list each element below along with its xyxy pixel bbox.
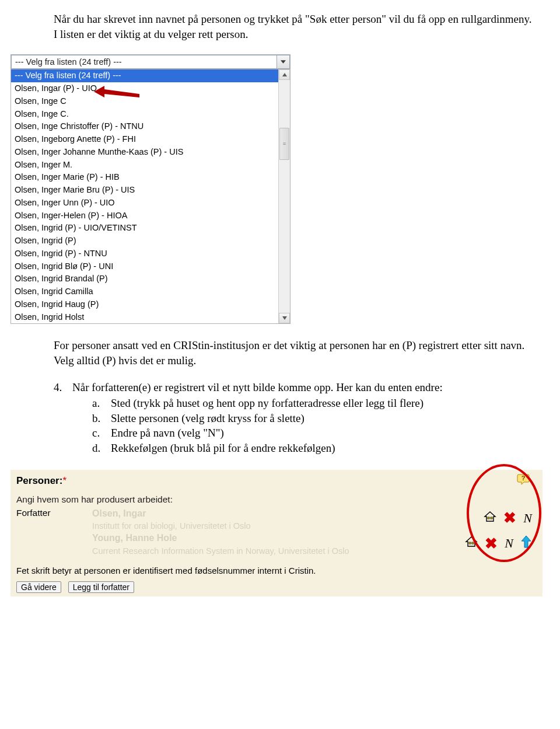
dropdown-item-highlighted[interactable]: --- Velg fra listen (24 treff) ---	[11, 69, 278, 82]
dropdown-item[interactable]: Olsen, Inger Unn (P) - UIO	[11, 197, 278, 210]
add-author-button[interactable]: Legg til forfatter	[68, 581, 134, 593]
sub-text: Endre på navn (velg "N")	[111, 425, 224, 441]
dropdown-item[interactable]: Olsen, Ingrid Holst	[11, 311, 278, 324]
chevron-down-icon[interactable]	[276, 55, 289, 68]
house-icon[interactable]	[484, 511, 496, 526]
person-dropdown-list[interactable]: --- Velg fra listen (24 treff) --- Olsen…	[11, 69, 278, 323]
edit-name-n-icon[interactable]: N	[505, 535, 513, 552]
sub-marker: c.	[92, 425, 111, 441]
dropdown-item[interactable]: Olsen, Ingrid (P)	[11, 235, 278, 247]
scroll-down-icon[interactable]	[279, 313, 290, 323]
dropdown-item[interactable]: Olsen, Inger Johanne Munthe-Kaas (P) - U…	[11, 146, 278, 159]
svg-rect-5	[472, 542, 474, 544]
dropdown-item[interactable]: Olsen, Inge C.	[11, 108, 278, 121]
dropdown-scrollbar[interactable]	[278, 69, 290, 323]
required-asterisk-icon: *	[62, 475, 66, 486]
dropdown-item[interactable]: Olsen, Inger Marie (P) - HIB	[11, 171, 278, 184]
person-row-actions: ✖ N	[438, 535, 537, 552]
svg-rect-4	[469, 542, 471, 544]
dropdown-item[interactable]: Olsen, Inge Christoffer (P) - NTNU	[11, 120, 278, 133]
svg-text:?: ?	[522, 475, 526, 482]
dropdown-item[interactable]: Olsen, Ingrid Haug (P)	[11, 298, 278, 311]
sub-marker: a.	[92, 396, 111, 411]
persons-subtitle: Angi hvem som har produsert arbeidet:	[16, 494, 537, 506]
role-label: Forfatter	[16, 507, 92, 557]
sub-marker: b.	[92, 411, 111, 426]
reorder-up-arrow-icon[interactable]	[520, 535, 532, 552]
svg-rect-2	[488, 517, 489, 519]
sub-text: Slette personen (velg rødt kryss for å s…	[111, 411, 304, 426]
dropdown-item[interactable]: Olsen, Ingrid Camilla	[11, 285, 278, 298]
bold-note: Fet skrift betyr at personen er identifi…	[16, 565, 537, 577]
delete-x-icon[interactable]: ✖	[485, 538, 498, 550]
scroll-thumb[interactable]	[279, 128, 289, 160]
dropdown-item[interactable]: Olsen, Ingrid Brandal (P)	[11, 273, 278, 285]
dropdown-item[interactable]: Olsen, Ingrid (P) - UIO/VETINST	[11, 222, 278, 235]
intro-paragraph: Når du har skrevet inn navnet på persone…	[54, 12, 533, 41]
persons-title: Personer:*	[16, 475, 537, 488]
persons-name-list: Olsen, Ingar Institutt for oral biologi,…	[92, 507, 438, 557]
dropdown-item[interactable]: Olsen, Inger M.	[11, 159, 278, 172]
dropdown-selected-text: --- Velg fra listen (24 treff) ---	[12, 55, 276, 69]
person-dropdown-screenshot: --- Velg fra listen (24 treff) --- --- V…	[10, 54, 533, 324]
dropdown-item[interactable]: Olsen, Ingar (P) - UIO	[11, 82, 278, 95]
step-4-lead: Når forfatteren(e) er registrert vil et …	[72, 381, 443, 393]
edit-name-n-icon[interactable]: N	[523, 510, 532, 527]
sub-text: Rekkefølgen (bruk blå pil for å endre re…	[111, 441, 335, 456]
house-icon[interactable]	[465, 536, 478, 551]
sub-text: Sted (trykk på huset og hent opp ny forf…	[111, 396, 424, 411]
go-next-button[interactable]: Gå videre	[16, 581, 61, 593]
svg-rect-3	[491, 517, 492, 519]
sub-marker: d.	[92, 441, 111, 456]
person-row-actions: ✖ N	[438, 510, 537, 527]
cristin-note-paragraph: For personer ansatt ved en CRIStin-insti…	[54, 338, 533, 368]
dropdown-item[interactable]: Olsen, Ingeborg Anette (P) - FHI	[11, 133, 278, 146]
dropdown-item[interactable]: Olsen, Inge C	[11, 95, 278, 108]
dropdown-item[interactable]: Olsen, Ingrid (P) - NTNU	[11, 247, 278, 260]
delete-x-icon[interactable]: ✖	[503, 512, 516, 524]
dropdown-item[interactable]: Olsen, Inger-Helen (P) - HIOA	[11, 210, 278, 222]
dropdown-item[interactable]: Olsen, Inger Marie Bru (P) - UIS	[11, 184, 278, 197]
list-marker: 4.	[54, 380, 72, 456]
dropdown-item[interactable]: Olsen, Ingrid Blø (P) - UNI	[11, 260, 278, 273]
person-dropdown[interactable]: --- Velg fra listen (24 treff) ---	[11, 55, 290, 69]
persons-panel-screenshot: Personer:* ? Angi hvem som har produsert…	[10, 470, 533, 597]
help-icon[interactable]: ?	[517, 473, 530, 485]
scroll-up-icon[interactable]	[279, 69, 290, 80]
step-4-list: 4. Når forfatteren(e) er registrert vil …	[54, 380, 533, 456]
